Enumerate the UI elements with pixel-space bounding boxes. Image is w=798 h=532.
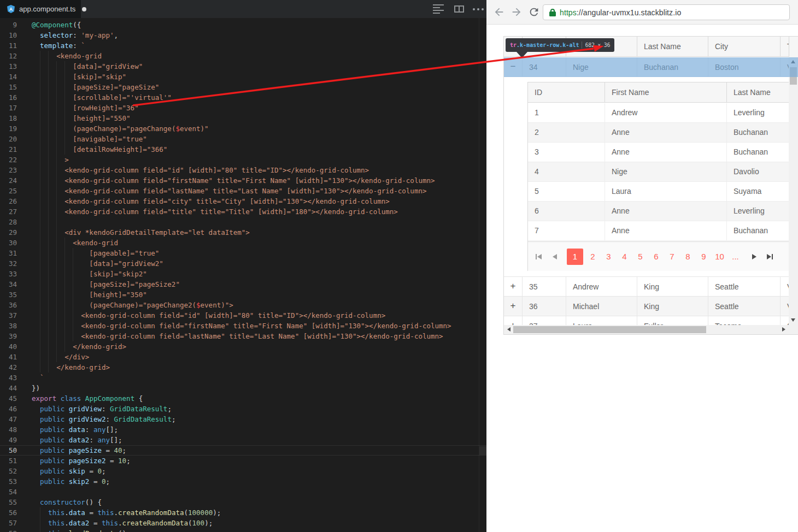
devtools-selection-overlay (504, 57, 798, 77)
pager-page[interactable]: 2 (585, 249, 601, 264)
tooltip-pointer (517, 52, 527, 58)
expand-row-icon[interactable]: + (504, 277, 522, 297)
master-row[interactable]: +35AndrewKingSeattleV (504, 277, 789, 297)
vertical-scrollbar[interactable] (789, 57, 798, 325)
pager-page[interactable]: 10 (712, 249, 727, 264)
grid-cell: Seattle (708, 277, 780, 297)
column-header[interactable]: City (708, 37, 780, 57)
pager-first-icon[interactable] (531, 249, 547, 264)
grid-cell: V (780, 277, 789, 297)
grid-cell: Leverling (726, 202, 789, 221)
pager-page[interactable]: 9 (696, 249, 712, 264)
grid-cell: 7 (528, 221, 605, 241)
tooltip-selector-classes: .k-master-row.k-alt (517, 42, 579, 48)
pager-prev-icon[interactable] (547, 249, 562, 264)
grid-cell: King (637, 297, 708, 316)
grid-cell: 5 (528, 182, 605, 202)
grid-cell: Tacoma (708, 316, 780, 325)
devtools-tooltip: tr.k-master-row.k-alt 682 × 36 (506, 38, 614, 52)
grid-cell: 4 (528, 162, 605, 182)
grid-cell: Anne (605, 123, 726, 143)
pager-last-icon[interactable] (762, 249, 778, 264)
master-row[interactable]: +37LauraFullerTacomaS (504, 316, 789, 325)
detail-grid-row[interactable]: 5LauraSuyama (528, 182, 789, 202)
column-header[interactable]: First Name (605, 82, 726, 102)
grid-cell: V (780, 297, 789, 316)
grid-cell: Suyama (726, 182, 789, 202)
grid-cell: Laura (605, 182, 726, 202)
column-header[interactable]: Last Name (637, 37, 708, 57)
grid-cell: 1 (528, 103, 605, 123)
pager-page[interactable]: 6 (648, 249, 664, 264)
pager-page[interactable]: 3 (601, 249, 617, 264)
detail-grid-row[interactable]: 4NigeDavolio (528, 162, 789, 182)
detail-row: IDFirst NameLast Name1AndrewLeverling2An… (504, 77, 789, 277)
pager-page[interactable]: 4 (617, 249, 632, 264)
tooltip-dimensions: 682 × 36 (585, 42, 610, 48)
grid-cell: Fuller (637, 316, 708, 325)
detail-grid-row[interactable]: 3AnneBuchanan (528, 143, 789, 162)
grid-cell: Seattle (708, 297, 780, 316)
grid-cell: 36 (522, 297, 566, 316)
master-row[interactable]: +36MichaelKingSeattleV (504, 297, 789, 316)
grid-content: −34NigeBuchananBostonV+35AndrewKingSeatt… (504, 57, 789, 325)
pager-page[interactable]: 5 (632, 249, 648, 264)
tooltip-divider (582, 42, 582, 49)
detail-grid-row[interactable]: 6AnneLeverling (528, 202, 789, 221)
grid-cell: S (780, 316, 789, 325)
grid-cell: Michael (566, 297, 637, 316)
pager-next-icon[interactable] (746, 249, 762, 264)
grid-cell: Anne (605, 202, 726, 221)
grid-cell: 6 (528, 202, 605, 221)
horizontal-scrollbar[interactable] (504, 325, 798, 334)
grid-cell: Buchanan (726, 143, 789, 162)
pager-page[interactable]: ... (727, 249, 743, 264)
detail-grid-row[interactable]: 1AndrewLeverling (528, 103, 789, 123)
grid-cell: Laura (566, 316, 637, 325)
expand-row-icon[interactable]: + (504, 297, 522, 316)
grid-cell: 35 (522, 277, 566, 297)
grid-cell: Anne (605, 221, 726, 241)
column-header[interactable]: Title (780, 37, 789, 57)
grid-cell: Andrew (605, 103, 726, 123)
pager: 12345678910... (528, 241, 789, 271)
grid-cell: Buchanan (726, 123, 789, 143)
grid-cell: Buchanan (726, 221, 789, 241)
grid-cell: Nige (605, 162, 726, 182)
detail-grid-row[interactable]: 2AnneBuchanan (528, 123, 789, 143)
grid-cell: Davolio (726, 162, 789, 182)
pager-page[interactable]: 8 (680, 249, 696, 264)
grid-cell: 2 (528, 123, 605, 143)
kendo-grid: IDFirst NameLast NameCityTitle−34NigeBuc… (0, 0, 798, 532)
grid-cell: 37 (522, 316, 566, 325)
detail-grid-row[interactable]: 7AnneBuchanan (528, 221, 789, 241)
pager-page-selected[interactable]: 1 (567, 249, 583, 265)
grid-cell: King (637, 277, 708, 297)
tooltip-selector-tag: tr (510, 42, 517, 48)
column-header[interactable]: Last Name (726, 82, 789, 102)
grid-cell: 3 (528, 143, 605, 162)
expand-row-icon[interactable]: + (504, 316, 522, 325)
grid-cell: Leverling (726, 103, 789, 123)
detail-grid: IDFirst NameLast Name1AndrewLeverling2An… (527, 82, 789, 271)
screenshot-root: A app.component.ts 9@Component({10 selec… (0, 0, 798, 532)
grid-cell: Andrew (566, 277, 637, 297)
column-header[interactable]: ID (528, 82, 605, 102)
grid-cell: Anne (605, 143, 726, 162)
pager-page[interactable]: 7 (664, 249, 680, 264)
